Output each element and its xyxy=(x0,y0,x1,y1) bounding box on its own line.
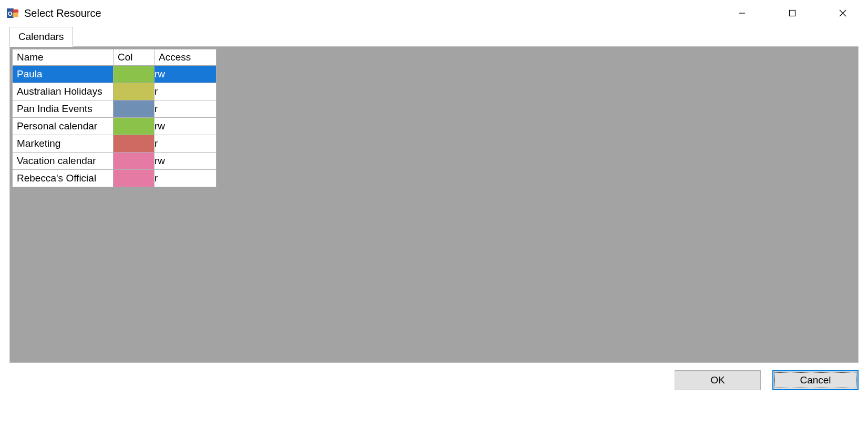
svg-text:O: O xyxy=(8,11,13,17)
cell-name: Paula xyxy=(13,66,113,83)
color-swatch xyxy=(113,66,154,83)
cell-name: Personal calendar xyxy=(13,118,113,135)
window-title: Select Resource xyxy=(24,7,101,19)
cell-color xyxy=(113,153,154,170)
column-header-access[interactable]: Access xyxy=(154,49,216,66)
cell-access: rw xyxy=(154,153,216,170)
tab-content: Name Col Access PaularwAustralian Holida… xyxy=(9,46,859,363)
cell-access: rw xyxy=(154,66,216,83)
cell-color xyxy=(113,135,154,153)
table-row[interactable]: Paularw xyxy=(13,66,216,83)
cell-color xyxy=(113,100,154,118)
column-header-name[interactable]: Name xyxy=(13,49,113,66)
maximize-button[interactable] xyxy=(767,0,818,26)
resource-table[interactable]: Name Col Access PaularwAustralian Holida… xyxy=(12,49,216,187)
cell-access: r xyxy=(154,135,216,153)
cell-name: Rebecca's Official xyxy=(13,170,113,187)
cell-color xyxy=(113,66,154,83)
tab-strip: Calendars xyxy=(9,26,859,46)
table-header-row: Name Col Access xyxy=(13,49,216,66)
table-row[interactable]: Pan India Eventsr xyxy=(13,100,216,118)
column-header-col[interactable]: Col xyxy=(113,49,154,66)
table-row[interactable]: Vacation calendarrw xyxy=(13,153,216,170)
button-row: OK Cancel xyxy=(0,363,868,390)
cell-color xyxy=(113,118,154,135)
table-row[interactable]: Australian Holidaysr xyxy=(13,83,216,100)
cancel-button[interactable]: Cancel xyxy=(772,370,859,390)
svg-rect-2 xyxy=(13,13,18,17)
table-row[interactable]: Marketingr xyxy=(13,135,216,153)
cell-access: r xyxy=(154,170,216,187)
titlebar: O Select Resource xyxy=(0,0,868,26)
cell-color xyxy=(113,170,154,187)
cell-access: rw xyxy=(154,118,216,135)
svg-rect-1 xyxy=(13,9,18,13)
window-controls xyxy=(717,0,868,26)
table-row[interactable]: Personal calendarrw xyxy=(13,118,216,135)
dialog-body: Calendars Name Col Access PaularwAustral… xyxy=(0,26,868,363)
cell-access: r xyxy=(154,100,216,118)
color-swatch xyxy=(113,153,154,169)
color-swatch xyxy=(113,100,154,117)
cell-name: Vacation calendar xyxy=(13,153,113,170)
tab-calendars[interactable]: Calendars xyxy=(9,27,73,47)
color-swatch xyxy=(113,118,154,135)
close-button[interactable] xyxy=(818,0,868,26)
minimize-button[interactable] xyxy=(717,0,767,26)
app-icon: O xyxy=(6,7,19,19)
svg-rect-5 xyxy=(790,11,795,16)
table-row[interactable]: Rebecca's Officialr xyxy=(13,170,216,187)
cell-access: r xyxy=(154,83,216,100)
color-swatch xyxy=(113,83,154,100)
color-swatch xyxy=(113,135,154,152)
color-swatch xyxy=(113,170,154,187)
ok-button[interactable]: OK xyxy=(675,370,761,390)
cell-name: Marketing xyxy=(13,135,113,153)
cell-color xyxy=(113,83,154,100)
cell-name: Australian Holidays xyxy=(13,83,113,100)
cell-name: Pan India Events xyxy=(13,100,113,118)
